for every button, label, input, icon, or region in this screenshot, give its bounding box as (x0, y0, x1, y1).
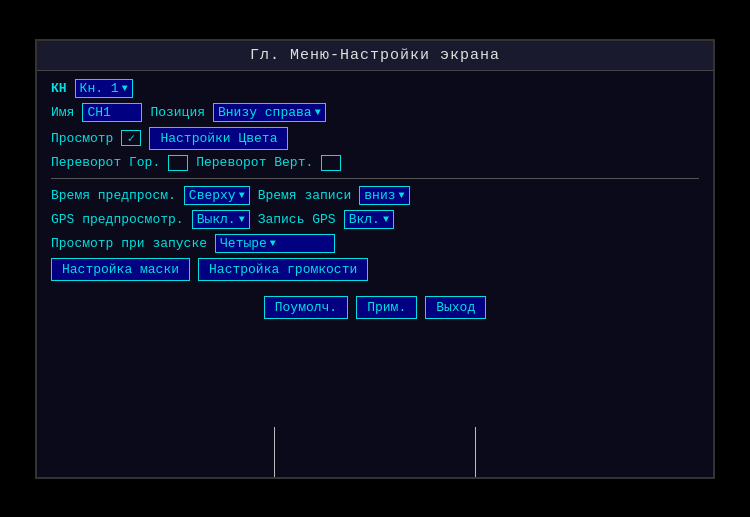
preview-time-value: Сверху (189, 188, 236, 203)
startup-arrow: ▼ (270, 238, 276, 249)
flip-h-label: Переворот Гор. (51, 155, 160, 170)
main-screen: Гл. Меню-Настройки экрана КН Кн. 1 ▼ Имя… (35, 39, 715, 479)
position-dropdown-arrow: ▼ (315, 107, 321, 118)
record-time-label: Время записи (258, 188, 352, 203)
kn-value: Кн. 1 (80, 81, 119, 96)
action-buttons-row: Поумолч. Прим. Выход (51, 296, 699, 319)
gps-preview-label: GPS предпросмотр. (51, 212, 184, 227)
record-time-arrow: ▼ (399, 190, 405, 201)
preview-time-arrow: ▼ (239, 190, 245, 201)
kn-dropdown-arrow: ▼ (122, 83, 128, 94)
gps-preview-arrow: ▼ (239, 214, 245, 225)
preview-color-row: Просмотр ✓ Настройки Цвета (51, 127, 699, 150)
separator-1 (51, 178, 699, 179)
title-text: Гл. Меню-Настройки экрана (250, 47, 500, 64)
volume-settings-button[interactable]: Настройка громкости (198, 258, 368, 281)
preview-time-dropdown[interactable]: Сверху ▼ (184, 186, 250, 205)
startup-value: Четыре (220, 236, 267, 251)
flip-row: Переворот Гор. Переворот Верт. (51, 155, 699, 171)
position-dropdown[interactable]: Внизу справа ▼ (213, 103, 326, 122)
startup-label: Просмотр при запуске (51, 236, 207, 251)
gps-preview-value: Выкл. (197, 212, 236, 227)
mask-volume-row: Настройка маски Настройка громкости (51, 258, 699, 281)
flip-v-label: Переворот Верт. (196, 155, 313, 170)
gps-row: GPS предпросмотр. Выкл. ▼ Запись GPS Вкл… (51, 210, 699, 229)
apply-button[interactable]: Прим. (356, 296, 417, 319)
content-area: КН Кн. 1 ▼ Имя CH1 Позиция Внизу справа … (37, 71, 713, 477)
preview-label: Просмотр (51, 131, 113, 146)
preview-time-label: Время предпросм. (51, 188, 176, 203)
position-value: Внизу справа (218, 105, 312, 120)
exit-button[interactable]: Выход (425, 296, 486, 319)
name-position-row: Имя CH1 Позиция Внизу справа ▼ (51, 103, 699, 122)
position-label: Позиция (150, 105, 205, 120)
kn-label: КН (51, 81, 67, 96)
mask-settings-button[interactable]: Настройка маски (51, 258, 190, 281)
startup-row: Просмотр при запуске Четыре ▼ (51, 234, 699, 253)
title-bar: Гл. Меню-Настройки экрана (37, 41, 713, 71)
preview-checkbox[interactable]: ✓ (121, 130, 141, 146)
gps-record-dropdown[interactable]: Вкл. ▼ (344, 210, 394, 229)
gps-preview-dropdown[interactable]: Выкл. ▼ (192, 210, 250, 229)
flip-h-checkbox[interactable] (168, 155, 188, 171)
kn-row: КН Кн. 1 ▼ (51, 79, 699, 98)
time-row: Время предпросм. Сверху ▼ Время записи в… (51, 186, 699, 205)
color-settings-button[interactable]: Настройки Цвета (149, 127, 288, 150)
startup-dropdown[interactable]: Четыре ▼ (215, 234, 335, 253)
gps-record-label: Запись GPS (258, 212, 336, 227)
name-label: Имя (51, 105, 74, 120)
flip-v-checkbox[interactable] (321, 155, 341, 171)
gps-record-value: Вкл. (349, 212, 380, 227)
record-time-value: вниз (364, 188, 395, 203)
default-button[interactable]: Поумолч. (264, 296, 348, 319)
name-input[interactable]: CH1 (82, 103, 142, 122)
gps-record-arrow: ▼ (383, 214, 389, 225)
preview-check: ✓ (128, 131, 135, 146)
kn-dropdown[interactable]: Кн. 1 ▼ (75, 79, 133, 98)
record-time-dropdown[interactable]: вниз ▼ (359, 186, 409, 205)
